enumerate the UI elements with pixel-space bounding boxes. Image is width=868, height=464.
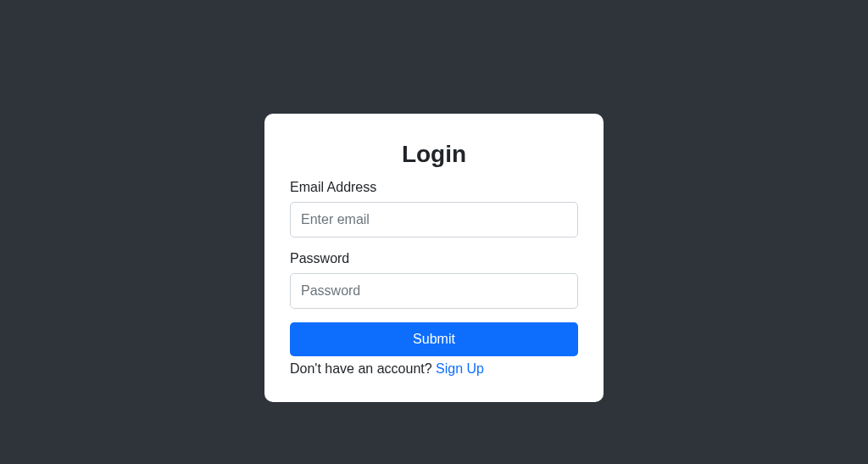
password-label: Password (290, 251, 578, 266)
email-label: Email Address (290, 180, 578, 195)
signup-prompt-text: Don't have an account? (290, 361, 436, 376)
email-form-group: Email Address (290, 180, 578, 238)
email-input[interactable] (290, 202, 578, 238)
signup-link[interactable]: Sign Up (436, 361, 484, 376)
login-title: Login (290, 141, 578, 168)
password-input[interactable] (290, 273, 578, 309)
login-card: Login Email Address Password Submit Don'… (264, 114, 604, 402)
signup-prompt-row: Don't have an account? Sign Up (290, 361, 578, 377)
submit-button[interactable]: Submit (290, 322, 578, 356)
password-form-group: Password (290, 251, 578, 309)
